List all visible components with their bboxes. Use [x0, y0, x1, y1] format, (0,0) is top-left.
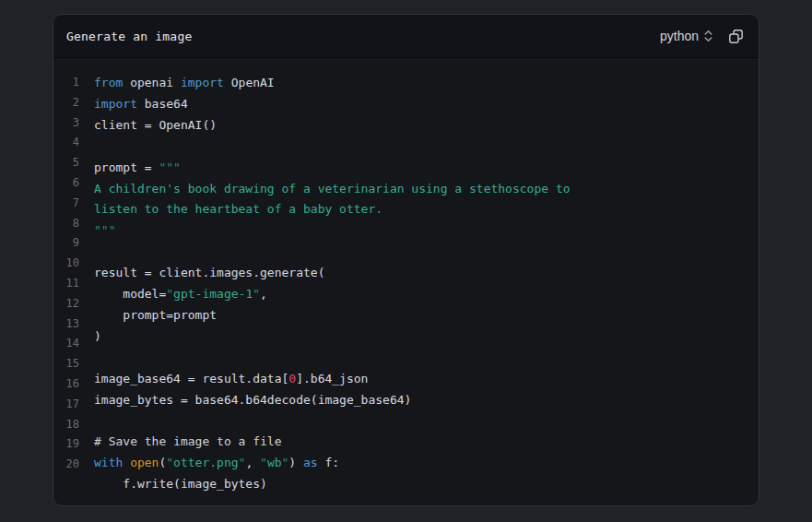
token-plain: result = client.images.generate( [94, 266, 324, 279]
line-number: 19 [53, 434, 79, 455]
token-quote: """ [94, 223, 115, 237]
language-selector-value: python [660, 29, 699, 43]
code-line: prompt=prompt [94, 305, 571, 326]
code-panel-title: Generate an image [66, 30, 192, 43]
token-keyword: import [94, 97, 145, 111]
chevrons-up-down-icon [703, 29, 713, 43]
code-line: """ [94, 220, 571, 242]
code-line: import base64 [94, 94, 571, 115]
token-plain: ) [94, 329, 101, 343]
token-quote: " [260, 456, 267, 469]
token-plain: ].b64_json [296, 372, 368, 386]
token-string: otter.png [173, 456, 238, 469]
code-line: image_bytes = base64.b64decode(image_bas… [94, 390, 571, 411]
token-plain: image_base64 = result.data[ [94, 372, 288, 386]
token-plain: prompt = [94, 160, 159, 174]
code-line: model="gpt-image-1", [94, 284, 571, 305]
code-line [94, 242, 571, 263]
token-builtin: open [130, 456, 159, 469]
line-number: 16 [53, 374, 79, 395]
copy-icon [728, 29, 744, 44]
code-content: from openai import OpenAIimport base64cl… [94, 73, 571, 495]
token-plain: , [260, 287, 267, 301]
line-number: 2 [53, 93, 79, 113]
token-plain: ) [288, 456, 303, 469]
code-line [94, 136, 571, 158]
line-number: 17 [53, 395, 79, 415]
code-line: listen to the heartbeat of a baby otter. [94, 199, 571, 220]
token-keyword: import [181, 76, 231, 89]
token-plain: base64 [145, 97, 188, 111]
line-number: 3 [53, 113, 79, 134]
line-number: 4 [53, 133, 79, 153]
token-keyword: from [94, 76, 130, 89]
token-quote: " [166, 287, 173, 301]
code-area: 1234567891011121314151617181920 from ope… [53, 58, 759, 495]
token-plain: image_bytes = base64.b64decode(image_bas… [94, 393, 411, 407]
token-plain: client = OpenAI() [94, 118, 217, 132]
copy-button[interactable] [728, 29, 744, 44]
language-selector[interactable]: python [660, 29, 713, 43]
token-quote: " [253, 287, 260, 301]
code-line: client = OpenAI() [94, 115, 571, 136]
line-number: 1 [53, 73, 79, 93]
code-line: with open("otter.png", "wb") as f: [94, 453, 571, 474]
token-number: 0 [288, 372, 296, 386]
code-line: result = client.images.generate( [94, 263, 571, 284]
line-number: 13 [53, 314, 79, 335]
code-line [94, 348, 571, 369]
code-line: prompt = """ [94, 158, 571, 179]
token-string: A children's book drawing of a veterinar… [94, 182, 571, 196]
code-line: image_base64 = result.data[0].b64_json [94, 369, 571, 390]
line-number: 10 [53, 254, 79, 274]
code-line: A children's book drawing of a veterinar… [94, 179, 571, 200]
token-string: wb [267, 456, 282, 469]
token-plain: openai [130, 76, 181, 89]
line-number: 5 [53, 153, 79, 173]
token-plain: model= [94, 287, 166, 301]
code-panel-header: Generate an image python [53, 15, 759, 58]
line-number: 18 [53, 415, 79, 435]
token-quote: " [166, 456, 173, 469]
code-line: f.write(image_bytes) [94, 474, 571, 495]
line-number-gutter: 1234567891011121314151617181920 [53, 73, 79, 495]
code-line: # Save the image to a file [94, 432, 571, 453]
code-panel: Generate an image python [53, 14, 759, 506]
token-plain: , [245, 456, 260, 469]
token-keyword: as [303, 456, 318, 469]
token-keyword: with [94, 456, 130, 469]
token-plain: prompt=prompt [94, 308, 217, 322]
line-number: 11 [53, 274, 79, 294]
token-comment: # Save the image to a file [94, 434, 282, 448]
line-number: 20 [53, 455, 79, 475]
code-line: ) [94, 326, 571, 348]
token-plain: f: [318, 456, 339, 469]
header-controls: python [660, 29, 744, 44]
code-line [94, 411, 571, 433]
line-number: 12 [53, 294, 79, 314]
line-number: 9 [53, 233, 79, 254]
token-plain: f.write(image_bytes) [94, 477, 267, 491]
line-number: 7 [53, 194, 79, 214]
code-line: from openai import OpenAI [94, 73, 571, 94]
line-number: 8 [53, 214, 79, 234]
token-plain: OpenAI [231, 76, 275, 89]
line-number: 6 [53, 173, 79, 194]
token-quote: """ [159, 160, 180, 174]
line-number: 15 [53, 354, 79, 374]
token-string: listen to the heartbeat of a baby otter. [94, 202, 382, 216]
line-number: 14 [53, 334, 79, 354]
token-string: gpt-image-1 [173, 287, 253, 301]
